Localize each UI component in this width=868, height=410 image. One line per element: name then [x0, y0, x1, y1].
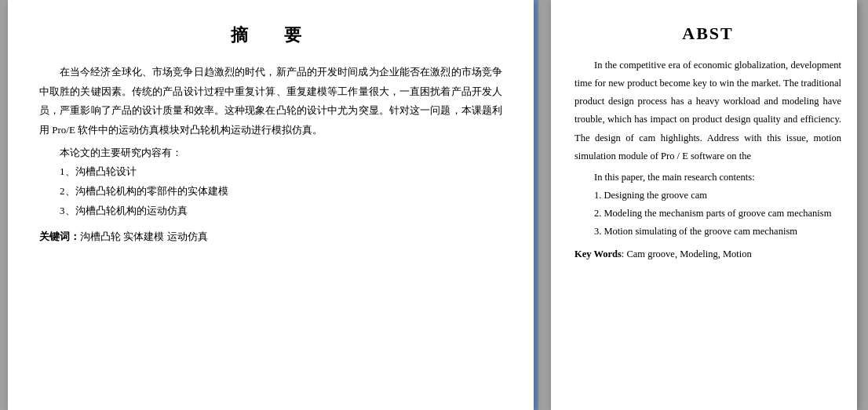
chinese-list-item-3: 3、沟槽凸轮机构的运动仿真	[39, 201, 502, 221]
chinese-list-item-1: 1、沟槽凸轮设计	[39, 162, 502, 182]
english-list-item-2: 2. Modeling the mechanism parts of groov…	[574, 205, 841, 223]
english-keywords-line: Key Words: Cam groove, Modeling, Motion	[574, 245, 841, 263]
left-page: 摘 要 在当今经济全球化、市场竞争日趋激烈的时代，新产品的开发时间成为企业能否在…	[8, 0, 534, 410]
chinese-title: 摘 要	[39, 24, 502, 47]
chinese-list-item-2: 2、沟槽凸轮机构的零部件的实体建模	[39, 182, 502, 201]
english-intro-line: In this paper, the main research content…	[574, 169, 841, 187]
english-list-item-3: 3. Motion simulating of the groove cam m…	[574, 223, 841, 241]
english-body: In the competitive era of economic globa…	[574, 56, 841, 241]
chinese-body: 在当今经济全球化、市场竞争日趋激烈的时代，新产品的开发时间成为企业能否在激烈的市…	[39, 63, 502, 221]
english-list-item-1: 1. Designing the groove cam	[574, 187, 841, 205]
english-title: ABST	[574, 24, 841, 44]
chinese-keywords-value: 沟槽凸轮 实体建模 运动仿真	[80, 230, 208, 242]
pages-container: 摘 要 在当今经济全球化、市场竞争日趋激烈的时代，新产品的开发时间成为企业能否在…	[0, 0, 868, 410]
chinese-paragraph: 在当今经济全球化、市场竞争日趋激烈的时代，新产品的开发时间成为企业能否在激烈的市…	[39, 63, 502, 140]
page-divider	[534, 0, 538, 410]
english-keywords-label: Key Words	[574, 249, 622, 259]
right-page: ABST In the competitive era of economic …	[551, 0, 857, 410]
english-paragraph: In the competitive era of economic globa…	[574, 56, 841, 165]
english-keywords-value: : Cam groove, Modeling, Motion	[622, 249, 752, 259]
chinese-keywords-line: 关键词：沟槽凸轮 实体建模 运动仿真	[39, 227, 502, 247]
chinese-keywords-label: 关键词：	[39, 230, 80, 242]
chinese-intro-line: 本论文的主要研究内容有：	[39, 143, 502, 163]
